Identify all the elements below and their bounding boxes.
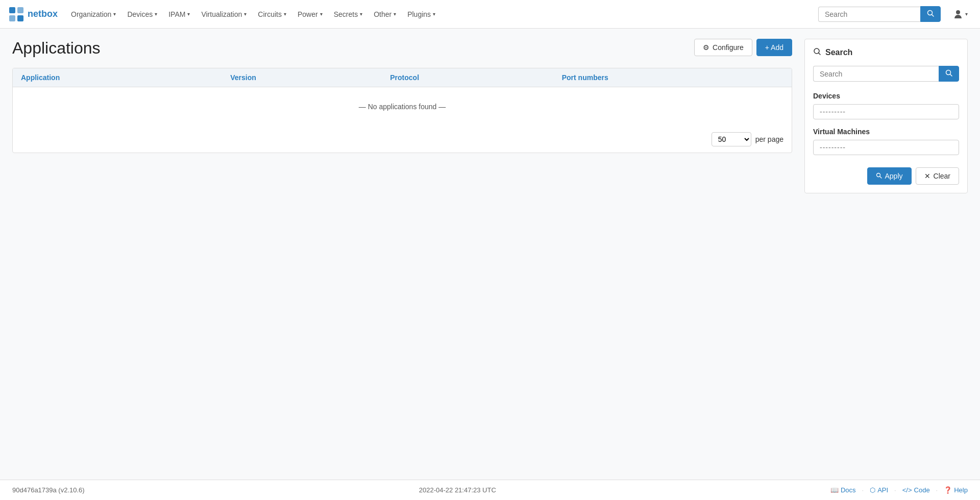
header-actions: ⚙ Configure + Add [694, 39, 792, 56]
times-icon: ✕ [924, 172, 930, 180]
virtual-machines-filter-label: Virtual Machines [813, 128, 959, 136]
per-page-label: per page [755, 135, 783, 143]
chevron-down-icon: ▾ [244, 11, 247, 17]
chevron-down-icon: ▾ [965, 11, 968, 17]
search-icon [876, 172, 882, 180]
nav-item-plugins[interactable]: Plugins ▾ [402, 6, 440, 22]
user-menu[interactable]: ▾ [949, 6, 972, 22]
col-version: Version [222, 68, 382, 87]
svg-rect-0 [9, 7, 15, 13]
chevron-down-icon: ▾ [320, 11, 323, 17]
chevron-down-icon: ▾ [155, 11, 157, 17]
chevron-down-icon: ▾ [284, 11, 286, 17]
chevron-down-icon: ▾ [187, 11, 190, 17]
main-container: Applications ⚙ Configure + Add Applicati… [0, 29, 980, 480]
apply-button[interactable]: Apply [867, 167, 912, 185]
configure-button[interactable]: ⚙ Configure [694, 39, 752, 56]
code-icon: </> [902, 486, 912, 494]
logo[interactable]: netbox [8, 6, 58, 22]
svg-rect-2 [9, 15, 15, 21]
book-icon: 📖 [830, 486, 839, 494]
chevron-down-icon: ▾ [394, 11, 396, 17]
filter-sidebar: Search Devices Virtual Machines [804, 39, 968, 193]
chevron-down-icon: ▾ [433, 11, 435, 17]
nav-item-virtualization[interactable]: Virtualization ▾ [196, 6, 252, 22]
footer-docs-link[interactable]: 📖 Docs [830, 486, 856, 494]
nav-item-circuits[interactable]: Circuits ▾ [253, 6, 291, 22]
table-footer: 50 25 100 250 per page [13, 126, 792, 153]
nav-item-secrets[interactable]: Secrets ▾ [329, 6, 368, 22]
page-title: Applications [12, 39, 101, 58]
timestamp: 2022-04-22 21:47:23 UTC [419, 486, 496, 494]
devices-filter-label: Devices [813, 92, 959, 100]
nav-search [818, 6, 941, 22]
content-area: Applications ⚙ Configure + Add Applicati… [12, 39, 792, 153]
nav-item-power[interactable]: Power ▾ [292, 6, 328, 22]
sidebar-search-button[interactable] [939, 66, 959, 82]
clear-button[interactable]: ✕ Clear [916, 167, 959, 185]
per-page-select[interactable]: 50 25 100 250 [712, 132, 751, 146]
svg-line-11 [879, 177, 881, 178]
nav-search-button[interactable] [920, 6, 941, 22]
nav-item-ipam[interactable]: IPAM ▾ [163, 6, 195, 22]
sidebar-actions: Apply ✕ Clear [813, 167, 959, 185]
nav-item-devices[interactable]: Devices ▾ [122, 6, 162, 22]
footer-links: 📖 Docs · ⬡ API · </> Code · ❓ Help [830, 486, 968, 494]
nav-menu: Organization ▾ Devices ▾ IPAM ▾ Virtuali… [66, 6, 816, 22]
svg-rect-1 [17, 7, 23, 13]
version-info: 90d476a1739a (v2.10.6) [12, 486, 85, 494]
svg-line-7 [819, 53, 821, 55]
gear-icon: ⚙ [703, 43, 709, 52]
add-button[interactable]: + Add [756, 39, 792, 56]
search-icon [813, 47, 821, 58]
svg-line-9 [950, 74, 952, 77]
sidebar-search [813, 66, 959, 82]
footer-help-link[interactable]: ❓ Help [944, 486, 968, 494]
devices-filter-input[interactable] [813, 104, 959, 119]
sidebar-search-input[interactable] [813, 66, 939, 82]
page-header: Applications ⚙ Configure + Add [12, 39, 792, 58]
footer-api-link[interactable]: ⬡ API [870, 486, 888, 494]
footer-code-link[interactable]: </> Code [902, 486, 930, 494]
footer: 90d476a1739a (v2.10.6) 2022-04-22 21:47:… [0, 480, 980, 500]
nav-item-other[interactable]: Other ▾ [369, 6, 401, 22]
no-data-message: — No applications found — [13, 87, 792, 127]
logo-text: netbox [28, 9, 58, 19]
sidebar-title: Search [813, 47, 959, 58]
virtual-machines-filter-input[interactable] [813, 140, 959, 155]
col-port-numbers: Port numbers [554, 68, 792, 87]
svg-rect-3 [17, 15, 23, 21]
col-protocol: Protocol [382, 68, 553, 87]
navbar: netbox Organization ▾ Devices ▾ IPAM ▾ V… [0, 0, 980, 29]
col-application: Application [13, 68, 222, 87]
nav-item-organization[interactable]: Organization ▾ [66, 6, 121, 22]
applications-table: Application Version Protocol Port number… [12, 68, 792, 153]
chevron-down-icon: ▾ [360, 11, 362, 17]
api-icon: ⬡ [870, 486, 875, 494]
svg-line-5 [932, 15, 934, 17]
nav-search-input[interactable] [818, 7, 920, 22]
help-icon: ❓ [944, 486, 952, 494]
chevron-down-icon: ▾ [113, 11, 116, 17]
